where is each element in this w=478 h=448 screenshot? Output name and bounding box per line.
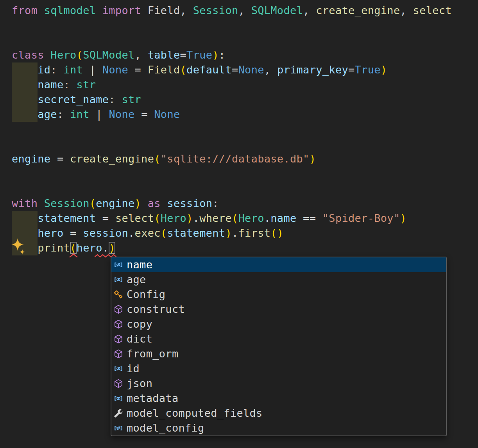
code-token: ( (77, 49, 83, 61)
code-line (0, 181, 478, 196)
copilot-sparkle-icon[interactable] (9, 236, 30, 258)
code-token: . (193, 212, 200, 224)
code-token (12, 108, 38, 120)
code-line: age: int | None = None (0, 107, 478, 122)
code-token: True (186, 49, 212, 61)
suggest-item-label: name (127, 257, 152, 272)
code-token: secret_name (38, 93, 109, 105)
code-token: . (128, 227, 135, 239)
code-line: secret_name: str (0, 92, 478, 107)
symbol-method-icon (113, 334, 124, 344)
code-line (0, 18, 478, 33)
code-token: ) (135, 197, 141, 209)
code-area: from sqlmodel import Field, Session, SQL… (0, 3, 478, 255)
code-token: "sqlite:///database.db" (161, 153, 310, 165)
code-token: None (109, 108, 134, 120)
code-token: , (238, 4, 251, 16)
code-token: int (70, 108, 90, 120)
code-token: ) (186, 212, 193, 224)
code-token: statement (38, 212, 96, 224)
code-line: statement = select(Hero).where(Hero.name… (0, 211, 478, 226)
code-token: Hero (161, 212, 186, 224)
code-token: = (50, 153, 70, 165)
suggest-item-from_orm[interactable]: from_orm (111, 346, 446, 361)
code-token: , (135, 49, 148, 61)
code-token: id (38, 64, 50, 76)
code-token: hero (38, 227, 63, 239)
symbol-variable-icon (113, 423, 124, 433)
code-token: , (400, 4, 413, 16)
code-token: session (167, 197, 212, 209)
code-line (0, 122, 478, 137)
code-token (44, 49, 51, 61)
code-token: with (12, 197, 38, 209)
code-line: name: str (0, 77, 478, 92)
code-line: class Hero(SQLModel, table=True): (0, 48, 478, 62)
code-token: , (180, 4, 193, 16)
code-token (38, 4, 44, 16)
code-token (141, 4, 148, 16)
symbol-variable-icon (113, 275, 124, 285)
suggest-item-label: Config (127, 287, 165, 302)
symbol-variable-icon (113, 364, 124, 374)
code-token: = (135, 108, 154, 120)
suggest-item-model_computed_fields[interactable]: model_computed_fields (111, 406, 446, 421)
code-token: as (148, 197, 161, 209)
code-line: engine = create_engine("sqlite:///databa… (0, 152, 478, 166)
suggest-item-metadata[interactable]: metadata (111, 391, 446, 406)
code-token: print (38, 242, 70, 254)
code-token: ( (154, 153, 161, 165)
suggest-item-model_config[interactable]: model_config (111, 421, 446, 436)
code-token: : (63, 79, 76, 91)
code-token: ) (381, 64, 387, 76)
code-token: = (96, 212, 115, 224)
suggest-item-label: construct (127, 302, 185, 317)
code-token: create_engine (316, 4, 400, 16)
suggest-item-age[interactable]: age (111, 272, 446, 287)
suggest-item-copy[interactable]: copy (111, 317, 446, 332)
suggest-item-name[interactable]: name (111, 257, 446, 272)
code-token: . (232, 227, 238, 239)
code-token: = (63, 227, 83, 239)
code-line: id: int | None = Field(default=None, pri… (0, 62, 478, 77)
suggest-item-id[interactable]: id (111, 361, 446, 376)
code-token: : (219, 49, 226, 61)
suggest-item-label: from_orm (127, 346, 178, 361)
suggest-item-construct[interactable]: construct (111, 302, 446, 317)
suggest-item-label: model_config (127, 421, 204, 436)
code-token: statement (167, 227, 225, 239)
code-token: where (199, 212, 232, 224)
code-token: engine (12, 153, 50, 165)
code-token: == (297, 212, 322, 224)
matched-bracket: ) (109, 242, 115, 254)
code-token (12, 79, 38, 91)
code-token: from (12, 4, 38, 16)
suggestions-dropdown: nameageConfigconstructcopydictfrom_ormid… (111, 257, 447, 436)
code-token: : (57, 108, 70, 120)
code-token: select (115, 212, 154, 224)
code-token: exec (135, 227, 161, 239)
suggest-item-dict[interactable]: dict (111, 332, 446, 346)
code-token: None (102, 64, 128, 76)
code-token: ) (225, 227, 232, 239)
code-token: SQLModel (251, 4, 303, 16)
suggest-item-label: json (127, 376, 152, 391)
suggest-item-label: age (127, 272, 146, 287)
code-token: table (148, 49, 180, 61)
symbol-variable-icon (113, 260, 124, 270)
code-token: age (38, 108, 57, 120)
code-token: . (102, 242, 109, 254)
code-line (0, 166, 478, 181)
suggest-item-Config[interactable]: Config (111, 287, 446, 302)
code-token: = (180, 49, 187, 61)
suggest-item-label: dict (127, 332, 152, 346)
code-token: : (109, 93, 122, 105)
suggest-item-label: model_computed_fields (127, 406, 263, 421)
code-token: = (128, 64, 148, 76)
code-token: engine (96, 197, 134, 209)
suggest-item-label: metadata (127, 391, 178, 406)
suggest-item-json[interactable]: json (111, 376, 446, 391)
suggest-item-label: id (127, 361, 140, 376)
symbol-method-icon (113, 304, 124, 314)
code-token: , (303, 4, 316, 16)
